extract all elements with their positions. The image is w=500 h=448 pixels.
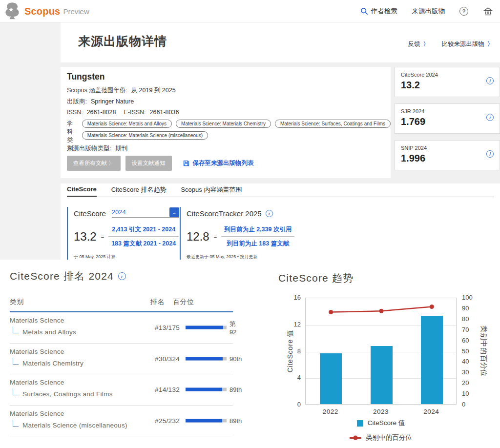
chevron-right-icon: 〉 bbox=[108, 160, 114, 167]
brand-preview: Preview bbox=[63, 7, 89, 16]
right-axis-tick: 50 bbox=[462, 347, 469, 355]
page-title: 来源出版物详情 bbox=[78, 33, 167, 49]
legend-citescore-label: CiteScore 值 bbox=[368, 419, 405, 428]
subject-chip[interactable]: Materials Science: Materials Chemistry bbox=[176, 120, 271, 128]
coverage-label: Scopus 涵盖范围年份: bbox=[67, 86, 127, 95]
view-all-documents-button[interactable]: 查看所有文献〉 bbox=[67, 156, 121, 171]
category-parent: Materials Science bbox=[10, 410, 132, 417]
tracker-fraction: 到目前为止 2,339 次引用 到目前为止 183 篇文献 bbox=[221, 225, 294, 248]
info-icon[interactable]: i bbox=[486, 77, 494, 84]
left-axis-tick: 16 bbox=[281, 294, 301, 301]
right-axis-tick: 80 bbox=[462, 315, 469, 323]
citescore-numerator-link[interactable]: 2,413 引文 2021 - 2024 bbox=[108, 225, 179, 237]
rank-value: #25/232 bbox=[145, 417, 180, 424]
tracker-numerator-link[interactable]: 到目前为止 2,339 次引用 bbox=[221, 225, 294, 237]
tab-scopus-内容涵盖范围[interactable]: Scopus 内容涵盖范围 bbox=[181, 185, 242, 197]
nav-author-search[interactable]: 作者检索 bbox=[360, 7, 397, 16]
institution-button[interactable] bbox=[483, 6, 493, 17]
citescore-panel: CiteScore 2024 ⌄ 13.2 = 2,413 引文 2021 - … bbox=[67, 207, 179, 260]
chart-percentile-line bbox=[306, 298, 457, 405]
percentile-label: 89th bbox=[229, 386, 242, 393]
citescore-tab-card: CiteScoreCiteScore 排名趋势Scopus 内容涵盖范围 Cit… bbox=[61, 183, 500, 260]
metric-label: SJR 2024 bbox=[401, 108, 424, 114]
tracker-denominator-link[interactable]: 到目前为止 183 篇文献 bbox=[221, 237, 294, 248]
tab-citescore-排名趋势[interactable]: CiteScore 排名趋势 bbox=[111, 185, 167, 197]
feedback-label: 反馈 bbox=[408, 40, 420, 48]
x-axis-label: 2022 bbox=[313, 408, 348, 415]
tab-citescore[interactable]: CiteScore bbox=[67, 185, 97, 197]
category-child: Metals and Alloys bbox=[12, 327, 129, 337]
metric-label: SNIP 2024 bbox=[401, 145, 427, 151]
percentile-bar-fill bbox=[186, 357, 223, 360]
metrics-column: CiteScore 202413.2iSJR 20241.769iSNIP 20… bbox=[395, 67, 500, 177]
left-axis-title: CiteScore 值 bbox=[286, 312, 295, 390]
chevron-right-icon: 〉 bbox=[487, 40, 493, 48]
citescore-year-dropdown[interactable]: 2024 ⌄ bbox=[112, 207, 179, 218]
subject-chip[interactable]: Materials Science: Surfaces, Coatings an… bbox=[275, 120, 391, 128]
action-buttons: 查看所有文献〉 设置文献通知 保存至来源出版物列表 bbox=[67, 156, 254, 171]
info-icon[interactable]: i bbox=[486, 150, 494, 158]
info-icon[interactable]: i bbox=[486, 114, 494, 121]
help-button[interactable]: ? bbox=[459, 7, 468, 16]
brand[interactable]: Scopus Preview bbox=[24, 0, 89, 22]
right-axis-tick: 20 bbox=[462, 379, 469, 387]
publisher-line: 出版商: Springer Nature bbox=[67, 98, 134, 106]
feedback-link[interactable]: 反馈 〉 bbox=[408, 40, 429, 48]
chart-data-point bbox=[379, 309, 384, 313]
compare-label: 比较来源出版物 bbox=[442, 40, 485, 48]
percentile-label: 第92 bbox=[229, 320, 236, 336]
column-rank: 排名 bbox=[150, 298, 165, 306]
brand-scopus: Scopus bbox=[24, 6, 60, 17]
column-percentile: 百分位 bbox=[173, 298, 194, 306]
percentile-label: 89th bbox=[229, 417, 242, 424]
citescore-panel-title: CiteScore bbox=[74, 209, 106, 218]
coverage-value: 从 2019 到 2025 bbox=[131, 86, 176, 95]
publisher-label: 出版商: bbox=[67, 98, 87, 106]
tracker-value: 12.8 bbox=[187, 230, 209, 244]
subject-chip[interactable]: Materials Science: Metals and Alloys bbox=[82, 120, 172, 128]
percentile-bar-fill bbox=[186, 419, 222, 422]
save-to-source-list-link[interactable]: 保存至来源出版物列表 bbox=[183, 159, 254, 167]
coverage-line: Scopus 涵盖范围年份: 从 2019 到 2025 bbox=[67, 86, 176, 95]
metric-card: SNIP 20241.996i bbox=[395, 140, 500, 170]
citescore-fraction: 2,413 引文 2021 - 2024 183 篇文献 2021 - 2024 bbox=[108, 225, 179, 248]
bottom-section: CiteScore 排名 2024 i 类别 排名 百分位 Materials … bbox=[0, 260, 500, 448]
metric-card: CiteScore 202413.2i bbox=[395, 67, 500, 97]
citescore-trend-chart: CiteScore 趋势 048121601020304050607080901… bbox=[273, 269, 500, 448]
equals-sign: = bbox=[214, 234, 217, 240]
category-child: Materials Science (miscellaneous) bbox=[12, 421, 129, 430]
scopus-source-details-page: Scopus Preview 作者检索 来源出版物 ? 来源出版物详情 反馈 bbox=[0, 0, 500, 448]
legend-citescore[interactable]: CiteScore 值 bbox=[305, 419, 457, 428]
legend-percentile[interactable]: 类别中的百分位 bbox=[305, 433, 457, 442]
nav-sources[interactable]: 来源出版物 bbox=[412, 7, 445, 16]
category-child: Surfaces, Coatings and Films bbox=[12, 389, 129, 399]
category-parent: Materials Science bbox=[10, 348, 132, 355]
metric-card: SJR 20241.769i bbox=[395, 103, 500, 134]
search-icon bbox=[360, 7, 368, 15]
compare-sources-link[interactable]: 比较来源出版物 〉 bbox=[442, 40, 494, 48]
right-axis-tick: 90 bbox=[462, 305, 469, 312]
left-sidebar bbox=[0, 22, 61, 260]
eissn-value: 2661-8036 bbox=[150, 109, 179, 116]
set-alert-label: 设置文献通知 bbox=[132, 160, 166, 167]
citescore-rank-section: CiteScore 排名 2024 i 类别 排名 百分位 Materials … bbox=[10, 269, 233, 436]
right-axis-tick: 10 bbox=[462, 390, 469, 397]
view-all-label: 查看所有文献 bbox=[73, 160, 107, 167]
source-type-label: 来源出版物类型: bbox=[67, 144, 111, 153]
chart-data-point bbox=[329, 310, 333, 314]
info-icon[interactable]: i bbox=[118, 272, 126, 280]
citescore-denominator-link[interactable]: 183 篇文献 2021 - 2024 bbox=[108, 237, 179, 248]
chart-data-point bbox=[430, 305, 434, 309]
subject-chip[interactable]: Materials Science: Materials Science (mi… bbox=[82, 131, 208, 140]
category-parent: Materials Science bbox=[10, 379, 132, 386]
chart-plot-area bbox=[305, 298, 457, 405]
set-document-alert-button[interactable]: 设置文献通知 bbox=[125, 156, 172, 171]
citescore-value: 13.2 bbox=[74, 230, 97, 244]
elsevier-logo[interactable] bbox=[3, 2, 21, 20]
subject-chip-row: Materials Science: Materials Science (mi… bbox=[82, 131, 391, 140]
table-row: Materials ScienceMetals and Alloys#13/17… bbox=[10, 312, 233, 344]
info-icon[interactable]: i bbox=[266, 210, 273, 217]
rank-value: #30/324 bbox=[145, 355, 180, 362]
right-axis-title: 类别中的百分位 bbox=[479, 312, 488, 390]
column-category: 类别 bbox=[10, 298, 24, 306]
